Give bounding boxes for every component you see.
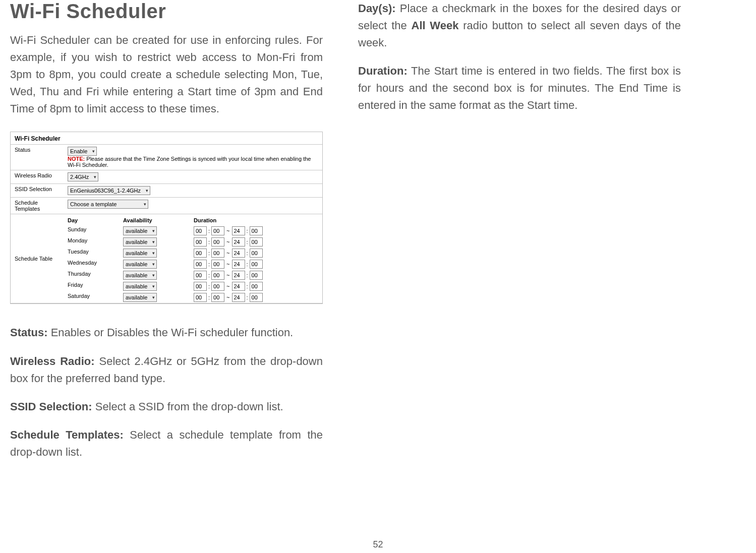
colon: : [245,250,250,256]
start-min-input[interactable]: 00 [211,237,224,247]
text-ssid: Select a SSID from the drop-down list. [92,400,283,413]
bold-all-week: All Week [412,19,459,32]
wireless-radio-select[interactable]: 2.4GHz [68,172,98,181]
colon: : [245,272,250,278]
day-name: Monday [64,236,119,248]
availability-select[interactable]: available [123,226,157,235]
para-days: Day(s): Place a checkmark in the boxes f… [358,0,681,51]
schedule-row: Sundayavailable00:00~24:00 [64,225,322,236]
availability-select[interactable]: available [123,260,157,269]
day-name: Tuesday [64,248,119,259]
day-name: Thursday [64,270,119,281]
schedule-row: Tuesdayavailable00:00~24:00 [64,248,322,259]
colon: : [207,228,211,234]
start-min-input[interactable]: 00 [211,260,224,269]
bold-status: Status: [10,326,48,339]
schedule-row: Wednesdayavailable00:00~24:00 [64,259,322,270]
end-hour-input[interactable]: 24 [232,271,245,280]
colon: : [207,250,211,256]
start-min-input[interactable]: 00 [211,282,224,291]
colon: : [207,239,211,245]
end-min-input[interactable]: 00 [250,226,263,235]
text-status: Enables or Disables the Wi-Fi scheduler … [48,326,294,339]
end-hour-input[interactable]: 24 [232,226,245,235]
template-select[interactable]: Choose a template [68,200,148,209]
label-status: Status [11,145,64,170]
day-name: Wednesday [64,259,119,270]
label-ssid: SSID Selection [11,184,64,198]
end-min-input[interactable]: 00 [250,260,263,269]
tilde: ~ [224,261,231,267]
start-hour-input[interactable]: 00 [194,249,207,258]
col-day: Day [64,214,119,225]
note-text: Please assure that the Time Zone Setting… [68,156,311,168]
intro-paragraph: Wi-Fi Scheduler can be created for use i… [10,32,323,117]
para-wireless-radio: Wireless Radio: Select 2.4GHz or 5GHz fr… [10,353,323,387]
bold-days: Day(s): [358,2,396,15]
colon: : [245,239,250,245]
availability-select[interactable]: available [123,293,157,302]
day-name: Friday [64,281,119,292]
colon: : [207,261,211,267]
schedule-row: Fridayavailable00:00~24:00 [64,281,322,292]
availability-select[interactable]: available [123,282,157,291]
ssid-select[interactable]: EnGenius063C96_1-2.4GHz [68,186,150,195]
end-min-input[interactable]: 00 [250,249,263,258]
day-name: Sunday [64,225,119,236]
bold-wireless-radio: Wireless Radio: [10,355,95,367]
label-templates: Schedule Templates [11,198,64,214]
schedule-row: Saturdayavailable00:00~24:00 [64,292,322,303]
end-hour-input[interactable]: 24 [232,249,245,258]
availability-select[interactable]: available [123,237,157,247]
status-select[interactable]: Enable [68,147,97,156]
start-hour-input[interactable]: 00 [194,226,207,235]
tilde: ~ [224,272,231,278]
page-title: Wi-Fi Scheduler [10,0,323,23]
start-hour-input[interactable]: 00 [194,293,207,302]
note-prefix: NOTE: [68,156,85,162]
end-hour-input[interactable]: 24 [232,293,245,302]
colon: : [207,294,211,300]
label-schedule-table: Schedule Table [11,214,64,303]
start-min-input[interactable]: 00 [211,293,224,302]
col-duration: Duration [190,214,322,225]
para-status: Status: Enables or Disables the Wi-Fi sc… [10,324,323,341]
colon: : [245,294,250,300]
tilde: ~ [224,239,231,245]
tilde: ~ [224,250,231,256]
start-hour-input[interactable]: 00 [194,237,207,247]
bold-ssid: SSID Selection: [10,400,92,413]
end-min-input[interactable]: 00 [250,271,263,280]
end-min-input[interactable]: 00 [250,293,263,302]
tilde: ~ [224,294,231,300]
page-number: 52 [373,539,383,550]
para-duration: Duration: The Start time is entered in t… [358,63,681,114]
end-min-input[interactable]: 00 [250,237,263,247]
start-min-input[interactable]: 00 [211,226,224,235]
colon: : [245,228,250,234]
screenshot-panel: Wi-Fi Scheduler Status Enable NOTE: Plea… [10,132,323,304]
tilde: ~ [224,283,231,289]
start-hour-input[interactable]: 00 [194,282,207,291]
colon: : [207,283,211,289]
tilde: ~ [224,228,231,234]
start-hour-input[interactable]: 00 [194,260,207,269]
colon: : [207,272,211,278]
colon: : [245,283,250,289]
availability-select[interactable]: available [123,249,157,258]
colon: : [245,261,250,267]
end-hour-input[interactable]: 24 [232,237,245,247]
bold-schedule-templates: Schedule Templates: [10,428,124,441]
start-min-input[interactable]: 00 [211,249,224,258]
end-hour-input[interactable]: 24 [232,260,245,269]
day-name: Saturday [64,292,119,303]
start-min-input[interactable]: 00 [211,271,224,280]
para-schedule-templates: Schedule Templates: Select a schedule te… [10,426,323,461]
bold-duration: Duration: [358,65,408,77]
para-ssid: SSID Selection: Select a SSID from the d… [10,398,323,415]
start-hour-input[interactable]: 00 [194,271,207,280]
end-hour-input[interactable]: 24 [232,282,245,291]
availability-select[interactable]: available [123,271,157,280]
label-wireless-radio: Wireless Radio [11,170,64,184]
end-min-input[interactable]: 00 [250,282,263,291]
